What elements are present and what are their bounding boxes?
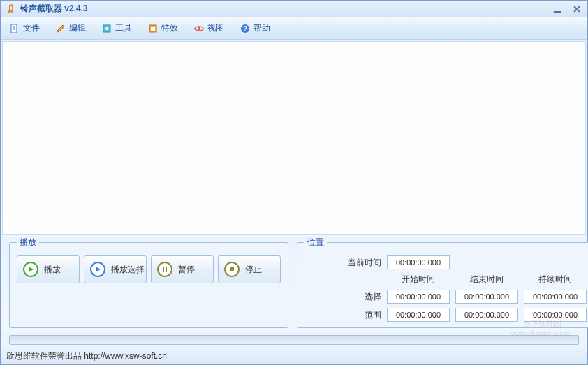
current-time-label: 当前时间: [325, 257, 381, 269]
stop-icon: [224, 262, 240, 277]
range-row-label: 范围: [325, 309, 381, 321]
menu-help-label: 帮助: [253, 22, 270, 34]
minimize-button[interactable]: [551, 3, 564, 15]
menu-edit[interactable]: 编辑: [52, 20, 89, 36]
header-end: 结束时间: [455, 274, 518, 285]
progress-row: [1, 331, 587, 348]
statusbar: 欣思维软件荣誉出品 http://www.xsw-soft.cn: [1, 348, 587, 364]
current-time-value: 00:00:00.000: [387, 255, 450, 269]
svg-rect-1: [11, 24, 17, 33]
menu-view-label: 视图: [207, 22, 224, 34]
close-button[interactable]: [571, 3, 583, 15]
play-label: 播放: [44, 264, 61, 276]
svg-rect-0: [554, 11, 561, 13]
position-group: 位置 当前时间 00:00:00.000 开始时间 结束时间 持续时间 选择 0…: [297, 237, 588, 328]
menu-effects-label: 特效: [161, 22, 178, 34]
svg-point-6: [198, 27, 200, 30]
play-selection-button[interactable]: 播放选择: [84, 255, 147, 283]
pause-button[interactable]: 暂停: [151, 255, 214, 283]
menu-tools[interactable]: 工具: [98, 20, 135, 36]
menu-file[interactable]: 文件: [6, 20, 43, 36]
pause-icon: [157, 262, 172, 277]
play-icon: [23, 262, 38, 277]
pause-label: 暂停: [178, 264, 195, 276]
svg-text:?: ?: [243, 25, 247, 33]
app-title: 铃声截取器 v2.4.3: [20, 3, 88, 15]
tools-icon: [101, 23, 112, 34]
waveform-area[interactable]: [2, 41, 586, 235]
help-icon: ?: [240, 23, 251, 34]
menu-tools-label: 工具: [115, 22, 132, 34]
svg-rect-11: [230, 267, 234, 271]
window-controls: [551, 3, 583, 15]
titlebar: 铃声截取器 v2.4.3: [1, 1, 587, 17]
menu-edit-label: 编辑: [69, 22, 86, 34]
play-selection-label: 播放选择: [111, 264, 145, 276]
selection-start: 00:00:00.000: [387, 290, 450, 304]
menu-view[interactable]: 视图: [191, 20, 227, 36]
effects-icon: [147, 23, 159, 34]
menu-help[interactable]: ? 帮助: [237, 20, 273, 36]
play-button[interactable]: 播放: [17, 255, 80, 283]
range-duration: 00:00:00.000: [524, 308, 587, 322]
view-icon: [193, 23, 205, 34]
menubar: 文件 编辑 工具 特效 视图 ?: [1, 17, 587, 40]
svg-rect-10: [166, 267, 167, 272]
bottom-panels: 播放 播放 播放选择 暂停: [1, 237, 587, 331]
selection-duration: 00:00:00.000: [524, 290, 587, 304]
edit-icon: [55, 23, 66, 34]
header-duration: 持续时间: [524, 274, 587, 285]
header-start: 开始时间: [387, 274, 450, 285]
svg-point-3: [105, 27, 108, 30]
playback-legend: 播放: [17, 237, 39, 248]
svg-rect-9: [163, 267, 164, 272]
range-end: 00:00:00.000: [455, 308, 518, 322]
menu-effects[interactable]: 特效: [145, 20, 181, 36]
progress-bar[interactable]: [9, 335, 579, 345]
stop-button[interactable]: 停止: [218, 255, 281, 283]
playback-group: 播放 播放 播放选择 暂停: [9, 237, 288, 328]
file-icon: [9, 23, 20, 34]
position-legend: 位置: [304, 237, 327, 248]
selection-end: 00:00:00.000: [455, 290, 518, 304]
selection-row-label: 选择: [325, 291, 381, 303]
app-icon: [5, 3, 16, 15]
play-selection-icon: [90, 262, 105, 277]
range-start: 00:00:00.000: [387, 308, 450, 322]
app-window: 铃声截取器 v2.4.3 文件 编辑 工: [0, 0, 588, 365]
menu-file-label: 文件: [23, 22, 40, 34]
status-text: 欣思维软件荣誉出品 http://www.xsw-soft.cn: [6, 350, 167, 362]
stop-label: 停止: [245, 264, 262, 276]
